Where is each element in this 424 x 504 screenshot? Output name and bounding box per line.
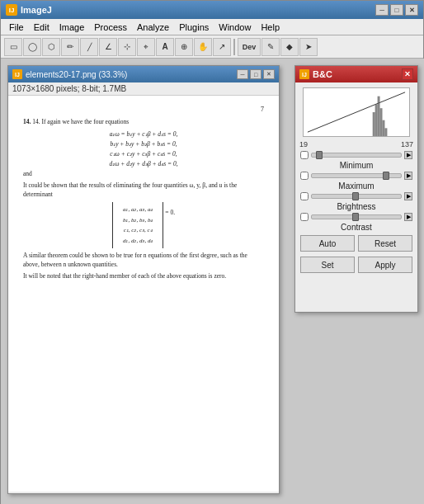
minimum-track[interactable]	[311, 153, 402, 158]
main-title-bar: IJ ImageJ ─ □ ✕	[1, 1, 423, 19]
minimum-slider-row: ▶	[295, 150, 417, 160]
svg-rect-4	[380, 108, 383, 136]
menu-file[interactable]: File	[4, 21, 29, 34]
bc-title: B&C	[313, 69, 332, 79]
brightness-right-arrow[interactable]: ▶	[404, 192, 412, 200]
brightness-checkbox[interactable]	[300, 192, 309, 200]
pencil-tool[interactable]: ✎	[261, 38, 280, 56]
menu-help[interactable]: Help	[256, 21, 285, 34]
maximize-button[interactable]: □	[390, 4, 403, 16]
line-tool[interactable]: ╱	[80, 38, 98, 56]
maximum-checkbox[interactable]	[300, 172, 309, 180]
set-button[interactable]: Set	[300, 257, 355, 273]
contrast-track[interactable]	[311, 214, 402, 219]
bc-icon: IJ	[299, 69, 309, 79]
svg-rect-2	[375, 104, 378, 136]
contrast-label: Contrast	[295, 222, 417, 233]
freehand-tool[interactable]: ✏	[61, 38, 79, 56]
result-text: It could be shown that the results of el…	[23, 181, 264, 199]
minimize-button[interactable]: ─	[375, 4, 389, 16]
contrast-thumb[interactable]	[352, 213, 359, 221]
doc-maximize[interactable]: □	[250, 69, 261, 79]
brightness-label: Brightness	[295, 201, 417, 212]
brightness-track[interactable]	[311, 194, 402, 199]
maximum-label: Maximum	[295, 181, 417, 191]
angle-tool[interactable]: ∠	[99, 38, 117, 56]
equation-1: a₁ω = b₁y + c₁β + d₁s = 0,	[23, 130, 264, 138]
toolbar: ▭ ◯ ⬡ ✏ ╱ ∠ ⊹ ⌖ A ⊕ ✋ ↗ Dev ✎ ◆ ➤	[1, 35, 423, 59]
menu-image[interactable]: Image	[54, 21, 90, 34]
doc-minimize[interactable]: ─	[237, 69, 248, 79]
svg-rect-5	[383, 120, 385, 136]
determinant: a₁, a₂, a₃, a₄ b₁, b₂, b₃, b₄ c₁, c₂, c₃…	[23, 202, 264, 248]
text-tool[interactable]: A	[156, 38, 174, 56]
polygon-tool[interactable]: ⬡	[42, 38, 60, 56]
doc-page: 7 14. 14. If again we have the four equa…	[8, 96, 279, 492]
maximum-thumb[interactable]	[383, 172, 389, 180]
doc-canvas: 7 14. 14. If again we have the four equa…	[8, 96, 279, 492]
doc-title: elements20-17.png (33.3%)	[26, 70, 127, 79]
oval-tool[interactable]: ◯	[23, 38, 41, 56]
maximum-track[interactable]	[311, 173, 402, 178]
minimum-right-arrow[interactable]: ▶	[404, 151, 412, 159]
magnify-tool[interactable]: ⊕	[175, 38, 193, 56]
close-button[interactable]: ✕	[405, 4, 418, 16]
color-picker-tool[interactable]: ↗	[213, 38, 231, 56]
menu-edit[interactable]: Edit	[29, 21, 54, 34]
bc-buttons-row1: Auto Reset	[295, 233, 417, 254]
problem-14: 14. 14. If again we have the four equati…	[23, 118, 264, 127]
doc-title-bar: IJ elements20-17.png (33.3%) ─ □ ✕	[8, 66, 279, 82]
apply-button[interactable]: Apply	[358, 257, 412, 273]
bc-title-bar: IJ B&C ✕	[295, 66, 417, 82]
brightness-slider-row: ▶	[295, 191, 417, 201]
bc-close-button[interactable]: ✕	[402, 68, 413, 80]
contrast-checkbox[interactable]	[300, 213, 309, 221]
menu-plugins[interactable]: Plugins	[174, 21, 214, 34]
equation-4: d₁ω + d₂y + d₃β + d₄s = 0,	[23, 160, 264, 167]
det-equals: = 0.	[165, 209, 175, 216]
hist-max-label: 137	[401, 140, 413, 148]
hist-min-label: 19	[299, 140, 308, 148]
menu-process[interactable]: Process	[89, 21, 132, 34]
app-icon: IJ	[6, 4, 17, 16]
minimum-label: Minimum	[295, 160, 417, 171]
fill-tool[interactable]: ◆	[280, 38, 299, 56]
wand-tool[interactable]: ⌖	[137, 38, 155, 56]
menu-window[interactable]: Window	[214, 21, 256, 34]
minimum-checkbox[interactable]	[300, 151, 309, 159]
page-header: 7	[23, 106, 264, 113]
bc-window: IJ B&C ✕ 19 137	[294, 65, 418, 313]
menu-analyze[interactable]: Analyze	[132, 21, 174, 34]
svg-rect-6	[384, 128, 387, 136]
bc-buttons-row2: Set Apply	[295, 254, 417, 276]
reset-button[interactable]: Reset	[358, 235, 412, 252]
note-text: It will be noted that the right-hand mem…	[23, 272, 264, 281]
auto-button[interactable]: Auto	[300, 235, 355, 252]
arrow-tool[interactable]: ➤	[299, 38, 318, 56]
brightness-thumb[interactable]	[352, 192, 359, 200]
and-label: and	[23, 170, 264, 179]
histogram-svg	[304, 88, 409, 136]
equation-3: c₁ω + c₂y + c₃β + c₄s = 0,	[23, 150, 264, 158]
imagej-window: IJ ImageJ ─ □ ✕ File Edit Image Process …	[0, 0, 424, 504]
maximum-slider-row: ▶	[295, 171, 417, 181]
page-number: 7	[261, 106, 264, 113]
app-title: ImageJ	[21, 5, 52, 15]
maximum-right-arrow[interactable]: ▶	[404, 172, 412, 180]
menu-bar: File Edit Image Process Analyze Plugins …	[1, 19, 423, 35]
toolbar-separator	[233, 39, 235, 55]
contrast-right-arrow[interactable]: ▶	[404, 213, 412, 221]
equation-2: b₁y + b₂y + b₂β + b₃s = 0,	[23, 140, 264, 148]
scroll-tool[interactable]: ✋	[194, 38, 212, 56]
dev-tool[interactable]: Dev	[238, 38, 261, 56]
multipoint-tool[interactable]: ⊹	[118, 38, 136, 56]
rectangle-tool[interactable]: ▭	[4, 38, 22, 56]
svg-rect-1	[373, 112, 375, 136]
minimum-thumb[interactable]	[316, 151, 323, 159]
doc-close[interactable]: ✕	[263, 69, 275, 79]
svg-line-0	[308, 92, 405, 132]
doc-icon: IJ	[12, 69, 22, 79]
doc-controls: ─ □ ✕	[237, 69, 275, 79]
window-controls: ─ □ ✕	[375, 4, 418, 16]
svg-rect-3	[378, 97, 380, 136]
